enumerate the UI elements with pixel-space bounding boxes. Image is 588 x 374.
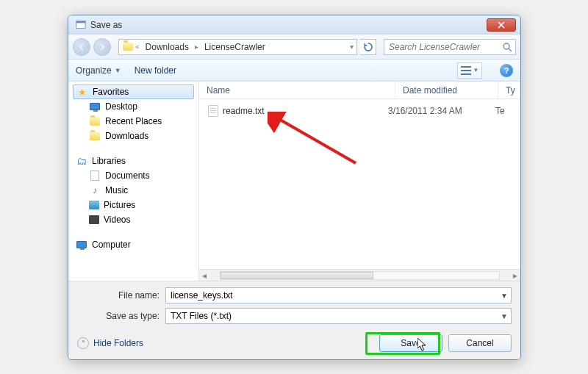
chevron-right-icon: ▸ (195, 43, 198, 51)
monitor-icon (89, 101, 101, 112)
sidebar-item-label: Desktop (105, 101, 137, 112)
computer-icon (76, 239, 87, 251)
text-file-icon (208, 105, 218, 117)
file-name: readme.txt (223, 106, 384, 116)
music-icon: ♪ (89, 184, 101, 196)
titlebar: Save as (68, 15, 520, 35)
pictures-icon (89, 201, 99, 209)
close-button[interactable] (487, 18, 516, 32)
sidebar-item-pictures[interactable]: Pictures (73, 198, 198, 212)
help-icon: ? (504, 66, 509, 75)
column-header-date[interactable]: Date modified (395, 82, 498, 98)
sidebar-item-downloads[interactable]: Downloads (73, 129, 198, 143)
filename-input[interactable] (171, 290, 506, 301)
sidebar-group-computer[interactable]: Computer (73, 237, 198, 252)
folder-icon (122, 41, 134, 53)
sidebar-group-label: Favorites (93, 87, 129, 97)
file-date: 3/16/2011 2:34 AM (388, 106, 491, 116)
videos-icon (89, 215, 99, 224)
sidebar-item-label: Documents (105, 170, 150, 181)
chevron-down-icon[interactable]: ▾ (350, 43, 354, 51)
organize-button[interactable]: Organize ▼ (76, 65, 121, 76)
sidebar-item-label: Recent Places (105, 116, 162, 126)
svg-rect-4 (461, 66, 471, 68)
scroll-left-icon[interactable]: ◂ (199, 270, 209, 281)
hide-folders-button[interactable]: ˄ Hide Folders (77, 337, 143, 349)
folder-icon (89, 130, 101, 142)
sidebar-item-label: Music (105, 185, 128, 195)
arrow-right-icon (98, 43, 106, 51)
column-headers: Name Date modified Ty (199, 82, 520, 99)
save-form: File name: ▼ Save as type: TXT Files (*.… (68, 281, 520, 359)
file-type: Te (495, 106, 517, 116)
chevron-right-icon: « (135, 43, 140, 51)
breadcrumb-item[interactable]: Downloads (141, 42, 193, 52)
toolbar: Organize ▼ New folder ▼ ? (68, 60, 520, 82)
sidebar-group-libraries[interactable]: 🗂 Libraries (73, 154, 198, 168)
list-view-icon (461, 66, 471, 75)
refresh-icon (364, 43, 373, 51)
scrollbar-thumb[interactable] (220, 272, 373, 279)
filename-label: File name: (77, 290, 165, 301)
nav-forward-button[interactable] (93, 38, 111, 56)
sidebar-item-recent-places[interactable]: Recent Places (73, 114, 198, 129)
sidebar-item-label: Downloads (105, 131, 148, 141)
save-as-dialog: Save as « Downloads ▸ LicenseCrawler ▾ (68, 15, 521, 360)
address-breadcrumb[interactable]: « Downloads ▸ LicenseCrawler ▾ (118, 39, 357, 55)
sidebar-group-favorites[interactable]: ★ Favorites (73, 84, 194, 99)
sidebar-item-label: Pictures (104, 200, 135, 210)
cancel-button[interactable]: Cancel (448, 334, 512, 352)
close-icon (498, 21, 505, 29)
navigation-pane: ★ Favorites Desktop Recent Places Downlo… (68, 82, 199, 281)
savetype-value: TXT Files (*.txt) (171, 311, 232, 321)
window-title: Save as (90, 20, 487, 30)
nav-bar: « Downloads ▸ LicenseCrawler ▾ (68, 35, 520, 60)
save-button[interactable]: Save (379, 334, 442, 352)
sidebar-item-desktop[interactable]: Desktop (73, 99, 198, 114)
libraries-icon: 🗂 (76, 155, 87, 167)
file-list: Name Date modified Ty readme.txt 3/16/20… (199, 82, 520, 281)
refresh-button[interactable] (360, 39, 376, 55)
view-options-button[interactable]: ▼ (457, 62, 482, 79)
sidebar-item-videos[interactable]: Videos (73, 212, 198, 227)
svg-rect-1 (76, 21, 85, 23)
chevron-down-icon: ▼ (115, 67, 121, 74)
search-box[interactable] (384, 39, 516, 55)
sidebar-item-music[interactable]: ♪ Music (73, 183, 198, 198)
sidebar-group-label: Computer (92, 240, 131, 250)
svg-point-2 (503, 43, 509, 49)
scroll-right-icon[interactable]: ▸ (510, 270, 520, 281)
help-button[interactable]: ? (500, 64, 513, 77)
breadcrumb-item[interactable]: LicenseCrawler (200, 42, 270, 52)
svg-rect-6 (461, 73, 471, 75)
filename-field[interactable]: ▼ (165, 287, 512, 303)
hide-folders-label: Hide Folders (93, 338, 143, 348)
chevron-down-icon: ▼ (473, 67, 479, 73)
chevron-down-icon[interactable]: ▼ (501, 292, 508, 300)
folder-icon (89, 115, 101, 127)
savetype-label: Save as type: (77, 311, 165, 321)
sidebar-item-label: Videos (104, 215, 130, 225)
svg-rect-5 (461, 70, 471, 71)
column-header-name[interactable]: Name (199, 82, 395, 98)
search-input[interactable] (384, 40, 515, 54)
sidebar-item-documents[interactable]: Documents (73, 168, 198, 183)
star-icon: ★ (76, 86, 88, 98)
horizontal-scrollbar[interactable]: ◂ ▸ (199, 269, 520, 281)
nav-back-button[interactable] (73, 38, 90, 56)
file-row[interactable]: readme.txt 3/16/2011 2:34 AM Te (202, 104, 517, 118)
savetype-field[interactable]: TXT Files (*.txt) ▼ (165, 308, 512, 324)
new-folder-button[interactable]: New folder (135, 65, 176, 76)
sidebar-group-label: Libraries (92, 156, 126, 166)
window-icon (76, 20, 86, 30)
chevron-up-icon: ˄ (77, 337, 89, 349)
chevron-down-icon[interactable]: ▼ (501, 312, 508, 320)
column-header-type[interactable]: Ty (498, 82, 520, 98)
svg-line-3 (509, 48, 512, 51)
arrow-left-icon (78, 43, 85, 51)
search-icon (502, 42, 512, 52)
documents-icon (89, 170, 101, 181)
